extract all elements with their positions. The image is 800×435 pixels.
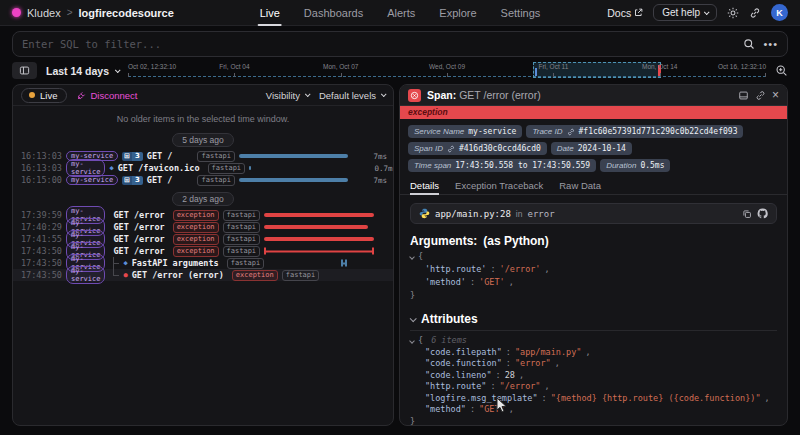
disconnect-button[interactable]: Disconnect xyxy=(77,90,137,101)
copy-link-button[interactable] xyxy=(755,90,766,101)
time-range-bar: Last 14 days Oct 02, 12:32:10Fri, Oct 04… xyxy=(12,62,788,79)
visibility-label: Visibility xyxy=(266,90,300,101)
span-count-badge[interactable]: ⊞3 xyxy=(122,152,143,161)
timeline-blue-marker xyxy=(535,68,537,76)
nav-tabs: LiveDashboardsAlertsExploreSettings xyxy=(260,0,541,26)
collapse-chevron-icon[interactable] xyxy=(409,338,415,344)
tab-alerts[interactable]: Alerts xyxy=(387,0,415,26)
collapse-chevron-icon[interactable] xyxy=(410,315,417,322)
docs-link[interactable]: Docs xyxy=(607,7,643,19)
sidebar-toggle-button[interactable] xyxy=(12,62,37,79)
search-icon xyxy=(743,38,755,50)
open-github-button[interactable] xyxy=(757,208,768,219)
timeline-histogram[interactable]: Oct 02, 12:32:10Fri, Oct 04Mon, Oct 07We… xyxy=(128,62,766,79)
time-group-chip: 5 days ago xyxy=(172,133,234,147)
breadcrumb-project[interactable]: logfirecodesource xyxy=(78,7,173,19)
source-file-link[interactable]: app/main.py:28 xyxy=(435,209,511,219)
user-avatar[interactable]: K xyxy=(771,4,788,21)
live-label: Live xyxy=(40,90,57,101)
nav-actions: Docs Get help K xyxy=(607,4,788,21)
code-value: 28 xyxy=(505,370,515,382)
code-value: "{method} {http.route} ({code.function})… xyxy=(551,393,761,405)
meta-value: 17:43:50.558 to 17:43:50.559 xyxy=(455,161,590,170)
span-count: 3 xyxy=(132,176,143,185)
attributes-divider xyxy=(410,330,777,331)
duration-bar xyxy=(249,166,251,170)
trace-row[interactable]: 16:13:03my-service◆GET /favicon.icofasta… xyxy=(13,162,393,174)
timeline-tick-mark xyxy=(341,73,342,77)
code-value: "error" xyxy=(515,358,551,370)
code-close-brace: } xyxy=(410,289,777,302)
fastapi-tag: fastapi xyxy=(223,222,261,233)
search-button[interactable] xyxy=(743,38,755,50)
tree-connector xyxy=(109,269,119,281)
tab-settings[interactable]: Settings xyxy=(501,0,541,26)
dock-panel-button[interactable] xyxy=(738,90,749,101)
link-icon xyxy=(755,90,766,101)
default-levels-dropdown[interactable]: Default levels xyxy=(319,90,385,101)
row-title: GET /favicon.ico xyxy=(118,163,200,173)
tab-details[interactable]: Details xyxy=(410,177,439,194)
external-link-icon xyxy=(634,8,643,17)
span-count-badge[interactable]: ⊞3 xyxy=(122,176,143,185)
more-options-button[interactable]: ••• xyxy=(763,41,778,47)
code-open-brace: {6 items xyxy=(410,335,777,347)
mouse-cursor xyxy=(496,397,508,414)
timeline-tick-mark xyxy=(765,73,766,77)
code-value: "app/main.py" xyxy=(515,347,582,359)
default-levels-label: Default levels xyxy=(319,90,376,101)
sql-filter-input[interactable] xyxy=(22,38,735,50)
tab-live[interactable]: Live xyxy=(260,0,280,26)
tab-exception-traceback[interactable]: Exception Traceback xyxy=(455,177,543,194)
get-help-button[interactable]: Get help xyxy=(653,4,717,21)
code-value: '/error' xyxy=(500,263,541,276)
row-timestamp: 16:13:03 xyxy=(21,151,62,161)
live-view-header: Live Disconnect Visibility Default level… xyxy=(13,85,393,106)
close-panel-button[interactable]: × xyxy=(772,90,779,100)
expand-icon: ⊞ xyxy=(122,176,132,185)
timeline-tick-label: Mon, Oct 14 xyxy=(642,63,677,70)
code-close-brace: } xyxy=(410,416,777,427)
breadcrumb-org[interactable]: Kludex xyxy=(27,7,61,19)
meta-label: Service Name xyxy=(414,127,464,136)
main-panels: Live Disconnect Visibility Default level… xyxy=(12,84,788,426)
link-icon xyxy=(749,7,761,19)
timeline-tick-label: Fri, Oct 04 xyxy=(219,63,249,70)
duration-bar-track xyxy=(268,257,382,269)
meta-pill-span-id: Span ID#416d30c0ccd46cd0 xyxy=(408,142,547,155)
zoom-in-button[interactable] xyxy=(775,64,788,77)
copy-code-button[interactable] xyxy=(742,209,752,219)
code-key: "http.route" xyxy=(425,381,486,393)
meta-label: Duration xyxy=(606,161,636,170)
live-toggle-button[interactable]: Live xyxy=(21,88,67,103)
span-detail-tabs: DetailsException TracebackRaw Data xyxy=(400,177,787,195)
row-timestamp: 16:15:00 xyxy=(21,175,62,185)
tab-raw-data[interactable]: Raw Data xyxy=(559,177,601,194)
share-link-button[interactable] xyxy=(749,7,761,19)
source-location-row: app/main.py:28 in error xyxy=(410,203,777,224)
meta-value: #f1c60e57391d771c290c0b22cd4ef093 xyxy=(579,127,738,136)
time-range-dropdown[interactable]: Last 14 days xyxy=(46,65,119,77)
attributes-heading-label: Attributes xyxy=(421,312,478,326)
chevron-down-icon xyxy=(115,67,121,73)
link-icon[interactable] xyxy=(567,128,575,136)
row-duration: 7ms xyxy=(357,152,387,161)
trace-row[interactable]: 17:43:50my-service●GET /error (error)exc… xyxy=(13,269,393,281)
code-entry: 'http.route': '/error', xyxy=(410,263,777,276)
tab-explore[interactable]: Explore xyxy=(439,0,476,26)
row-timestamp: 17:43:50 xyxy=(21,246,62,256)
trace-row[interactable]: 16:15:00my-service⊞3GET /fastapi7ms xyxy=(13,174,393,186)
live-status-dot xyxy=(29,92,35,98)
visibility-dropdown[interactable]: Visibility xyxy=(266,90,309,101)
link-icon[interactable] xyxy=(447,145,455,153)
meta-pill-time-span: Time span17:43:50.558 to 17:43:50.559 xyxy=(408,159,596,172)
duration-bar-track xyxy=(239,174,353,186)
collapse-chevron-icon[interactable] xyxy=(409,254,415,260)
duration-bar-track xyxy=(323,269,393,281)
timeline-tick-mark xyxy=(128,73,129,77)
time-group-chip: 2 days ago xyxy=(172,192,234,206)
span-title-text: GET /error (error) xyxy=(459,89,540,101)
tab-dashboards[interactable]: Dashboards xyxy=(304,0,363,26)
theme-toggle-button[interactable] xyxy=(727,7,739,19)
meta-pill-duration: Duration0.5ms xyxy=(600,159,670,172)
